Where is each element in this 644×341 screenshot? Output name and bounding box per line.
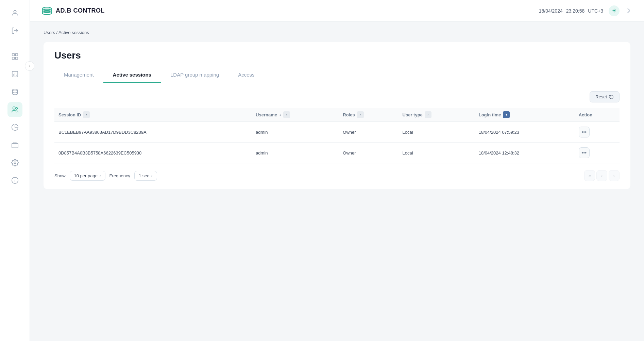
cell-roles-2: Owner [339, 143, 398, 163]
tab-active-sessions[interactable]: Active sessions [103, 68, 161, 83]
header-timezone: UTC+3 [588, 8, 603, 14]
col-username: Username ↓ › [252, 108, 339, 122]
svg-point-14 [14, 162, 16, 164]
col-username-sort-icon: ↓ [279, 112, 281, 117]
col-login-time-label: Login time [479, 112, 501, 117]
frequency-label: Frequency [109, 173, 130, 178]
table-row: 0D857B4A0B3B5758A6622639EC505930 admin O… [54, 143, 620, 163]
page-title: Users [54, 50, 620, 61]
col-roles-expand[interactable]: › [357, 111, 364, 118]
breadcrumb-current: Active sessions [58, 30, 89, 35]
per-page-value: 10 per page [74, 173, 98, 178]
action-menu-button-2[interactable]: ••• [579, 147, 590, 158]
sidebar-item-profile[interactable] [7, 5, 22, 20]
content-area: Reset Session ID › [44, 83, 630, 189]
cell-user-type-2: Local [399, 143, 475, 163]
sidebar-item-users[interactable] [7, 102, 22, 117]
action-menu-button-1[interactable]: ••• [579, 127, 590, 137]
frequency-arrow: › [151, 174, 153, 178]
cell-action-1: ••• [575, 122, 620, 143]
tabs-bar: Management Active sessions LDAP group ma… [54, 68, 620, 83]
breadcrumb: Users / Active sessions [44, 30, 630, 35]
svg-point-11 [13, 107, 15, 109]
col-session-id-label: Session ID [58, 112, 81, 117]
first-page-button[interactable]: « [584, 170, 595, 181]
sidebar: › [0, 0, 30, 341]
cell-login-time-2: 18/04/2024 12:48:32 [475, 143, 575, 163]
header-date: 18/04/2024 [539, 8, 563, 14]
frequency-value: 1 sec [139, 173, 149, 178]
per-page-arrow: › [100, 174, 101, 178]
sidebar-item-jobs[interactable] [7, 137, 22, 152]
col-username-expand[interactable]: › [283, 111, 290, 118]
header-datetime: 18/04/2024 23:20:58 UTC+3 [539, 8, 603, 14]
sidebar-item-info[interactable] [7, 173, 22, 188]
col-username-label: Username [256, 112, 277, 117]
pagination-bar: Show 10 per page › Frequency 1 sec › « ‹… [54, 170, 620, 181]
col-roles-label: Roles [343, 112, 355, 117]
sidebar-item-logout[interactable] [7, 23, 22, 38]
page-header: Users Management Active sessions LDAP gr… [44, 42, 630, 83]
sidebar-item-database[interactable] [7, 84, 22, 99]
cell-roles-1: Owner [339, 122, 398, 143]
reset-label: Reset [595, 94, 607, 99]
col-user-type-label: User type [403, 112, 423, 117]
tab-ldap-group-mapping[interactable]: LDAP group mapping [161, 68, 228, 83]
table-header-row: Session ID › Username ↓ › [54, 108, 620, 122]
breadcrumb-parent[interactable]: Users [44, 30, 55, 35]
cell-user-type-1: Local [399, 122, 475, 143]
theme-toggle: ☀ ☽ [609, 5, 633, 16]
reset-icon [609, 95, 614, 99]
svg-rect-3 [15, 54, 17, 56]
page-controls: « ‹ › [584, 170, 620, 181]
svg-point-10 [12, 89, 17, 91]
frequency-select[interactable]: 1 sec › [134, 171, 157, 181]
col-login-time: Login time ▼ [475, 108, 575, 122]
svg-rect-4 [15, 57, 17, 59]
col-session-id: Session ID › [54, 108, 252, 122]
svg-rect-13 [12, 143, 18, 148]
dark-theme-button[interactable]: ☽ [622, 5, 633, 16]
table-row: BC1EBEB97AA93863AD17D9BDD3C8239A admin O… [54, 122, 620, 143]
cell-session-id-2: 0D857B4A0B3B5758A6622639EC505930 [54, 143, 252, 163]
prev-page-button[interactable]: ‹ [596, 170, 607, 181]
tab-management[interactable]: Management [54, 68, 103, 83]
col-user-type: User type › [399, 108, 475, 122]
per-page-select[interactable]: 10 per page › [70, 171, 105, 181]
header-time-value: 23:20:58 [566, 8, 585, 14]
cell-login-time-1: 18/04/2024 07:59:23 [475, 122, 575, 143]
cell-session-id-1: BC1EBEB97AA93863AD17D9BDD3C8239A [54, 122, 252, 143]
svg-rect-5 [12, 57, 14, 59]
svg-rect-2 [12, 54, 14, 56]
reset-button[interactable]: Reset [590, 91, 620, 102]
table-toolbar: Reset [54, 91, 620, 102]
app-logo: AD.B CONTROL [41, 5, 105, 17]
sidebar-toggle-button[interactable]: › [25, 61, 34, 71]
cell-action-2: ••• [575, 143, 620, 163]
main-content: AD.B CONTROL 18/04/2024 23:20:58 UTC+3 ☀… [30, 0, 644, 341]
pagination-show-group: Show 10 per page › Frequency 1 sec › [54, 171, 157, 181]
sessions-table: Session ID › Username ↓ › [54, 108, 620, 163]
cell-username-2: admin [252, 143, 339, 163]
cell-username-1: admin [252, 122, 339, 143]
page-area: Users / Active sessions Users Management… [30, 22, 644, 341]
sidebar-item-reports[interactable] [7, 67, 22, 82]
sidebar-item-settings[interactable] [7, 155, 22, 170]
next-page-button[interactable]: › [609, 170, 620, 181]
sidebar-item-analytics[interactable] [7, 120, 22, 135]
svg-point-0 [14, 11, 16, 13]
col-action-label: Action [579, 112, 592, 117]
sidebar-item-dashboard[interactable] [7, 49, 22, 64]
tab-access[interactable]: Access [228, 68, 264, 83]
logo-icon [41, 5, 53, 17]
col-login-time-filter[interactable]: ▼ [503, 111, 510, 118]
col-action: Action [575, 108, 620, 122]
col-user-type-expand[interactable]: › [425, 111, 431, 118]
col-roles: Roles › [339, 108, 398, 122]
app-header: AD.B CONTROL 18/04/2024 23:20:58 UTC+3 ☀… [30, 0, 644, 22]
col-session-id-expand[interactable]: › [83, 111, 90, 118]
light-theme-button[interactable]: ☀ [609, 5, 620, 16]
show-label: Show [54, 173, 66, 178]
svg-point-12 [15, 108, 17, 110]
logo-text: AD.B CONTROL [56, 7, 105, 14]
